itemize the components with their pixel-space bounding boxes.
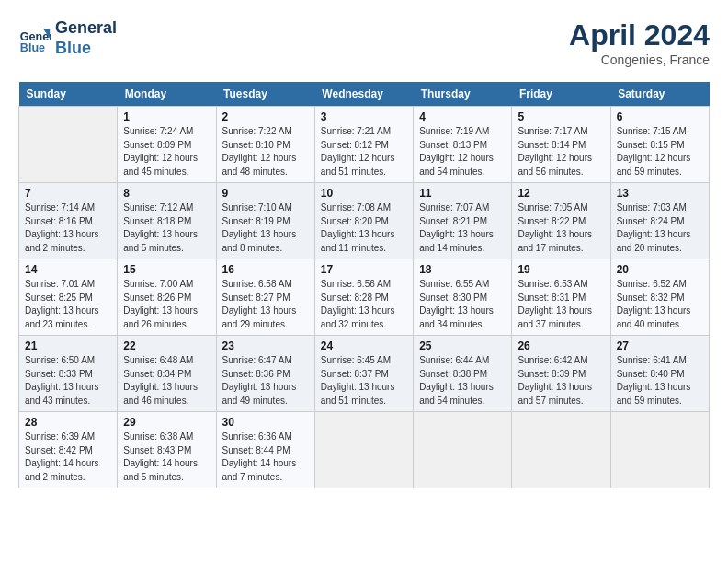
day-number: 11 xyxy=(419,187,506,200)
day-info: Sunrise: 6:56 AM Sunset: 8:28 PM Dayligh… xyxy=(321,278,407,331)
day-number: 23 xyxy=(222,339,309,352)
day-info: Sunrise: 6:36 AM Sunset: 8:44 PM Dayligh… xyxy=(222,431,309,484)
day-info: Sunrise: 6:52 AM Sunset: 8:32 PM Dayligh… xyxy=(617,278,703,331)
calendar-cell: 19Sunrise: 6:53 AM Sunset: 8:31 PM Dayli… xyxy=(512,259,610,336)
calendar-cell xyxy=(19,107,118,183)
calendar-cell: 1Sunrise: 7:24 AM Sunset: 8:09 PM Daylig… xyxy=(118,107,216,183)
day-number: 15 xyxy=(123,263,210,276)
day-number: 1 xyxy=(123,110,210,123)
day-number: 27 xyxy=(617,339,703,352)
day-info: Sunrise: 7:03 AM Sunset: 8:24 PM Dayligh… xyxy=(617,201,703,255)
day-info: Sunrise: 6:55 AM Sunset: 8:30 PM Dayligh… xyxy=(419,278,506,331)
day-number: 28 xyxy=(25,416,111,429)
day-number: 24 xyxy=(321,339,407,352)
calendar-cell: 30Sunrise: 6:36 AM Sunset: 8:44 PM Dayli… xyxy=(216,412,314,488)
calendar-cell xyxy=(610,412,709,488)
calendar-cell: 28Sunrise: 6:39 AM Sunset: 8:42 PM Dayli… xyxy=(19,412,118,488)
calendar-cell: 6Sunrise: 7:15 AM Sunset: 8:15 PM Daylig… xyxy=(610,107,709,183)
calendar-cell xyxy=(512,412,610,488)
day-number: 12 xyxy=(518,187,604,200)
day-info: Sunrise: 7:01 AM Sunset: 8:25 PM Dayligh… xyxy=(25,278,111,331)
day-info: Sunrise: 6:38 AM Sunset: 8:43 PM Dayligh… xyxy=(123,431,210,484)
day-info: Sunrise: 7:24 AM Sunset: 8:09 PM Dayligh… xyxy=(123,125,210,178)
day-number: 13 xyxy=(617,187,703,200)
day-number: 16 xyxy=(222,263,309,276)
calendar-cell: 14Sunrise: 7:01 AM Sunset: 8:25 PM Dayli… xyxy=(19,259,118,336)
day-number: 8 xyxy=(123,187,210,200)
day-info: Sunrise: 6:39 AM Sunset: 8:42 PM Dayligh… xyxy=(25,431,111,484)
title-block: April 2024 Congenies, France xyxy=(569,18,710,67)
calendar-cell: 25Sunrise: 6:44 AM Sunset: 8:38 PM Dayli… xyxy=(414,336,512,412)
day-number: 30 xyxy=(222,416,309,429)
day-number: 3 xyxy=(321,110,407,123)
calendar-cell: 11Sunrise: 7:07 AM Sunset: 8:21 PM Dayli… xyxy=(414,183,512,259)
svg-text:Blue: Blue xyxy=(20,40,45,53)
day-info: Sunrise: 7:14 AM Sunset: 8:16 PM Dayligh… xyxy=(25,201,111,255)
day-info: Sunrise: 6:41 AM Sunset: 8:40 PM Dayligh… xyxy=(617,354,703,408)
calendar-cell: 22Sunrise: 6:48 AM Sunset: 8:34 PM Dayli… xyxy=(118,336,216,412)
logo-icon: General Blue xyxy=(18,22,51,55)
calendar-cell: 20Sunrise: 6:52 AM Sunset: 8:32 PM Dayli… xyxy=(610,259,709,336)
day-info: Sunrise: 7:22 AM Sunset: 8:10 PM Dayligh… xyxy=(222,125,309,178)
day-info: Sunrise: 7:21 AM Sunset: 8:12 PM Dayligh… xyxy=(321,125,407,178)
page-header: General Blue General Blue April 2024 Con… xyxy=(18,18,710,67)
day-info: Sunrise: 7:19 AM Sunset: 8:13 PM Dayligh… xyxy=(419,125,506,178)
day-number: 26 xyxy=(518,339,604,352)
calendar-cell: 29Sunrise: 6:38 AM Sunset: 8:43 PM Dayli… xyxy=(118,412,216,488)
calendar-cell: 2Sunrise: 7:22 AM Sunset: 8:10 PM Daylig… xyxy=(216,107,314,183)
day-info: Sunrise: 6:44 AM Sunset: 8:38 PM Dayligh… xyxy=(419,354,506,408)
day-info: Sunrise: 6:53 AM Sunset: 8:31 PM Dayligh… xyxy=(518,278,604,331)
weekday-header: Friday xyxy=(512,82,610,107)
calendar-cell: 13Sunrise: 7:03 AM Sunset: 8:24 PM Dayli… xyxy=(610,183,709,259)
calendar-cell xyxy=(414,412,512,488)
day-number: 6 xyxy=(617,110,703,123)
month-title: April 2024 xyxy=(569,18,710,52)
day-number: 25 xyxy=(419,339,506,352)
day-info: Sunrise: 6:58 AM Sunset: 8:27 PM Dayligh… xyxy=(222,278,309,331)
calendar-table: SundayMondayTuesdayWednesdayThursdayFrid… xyxy=(18,82,710,488)
day-info: Sunrise: 7:05 AM Sunset: 8:22 PM Dayligh… xyxy=(518,201,604,255)
day-info: Sunrise: 7:17 AM Sunset: 8:14 PM Dayligh… xyxy=(518,125,604,178)
weekday-header: Tuesday xyxy=(216,82,314,107)
day-info: Sunrise: 7:08 AM Sunset: 8:20 PM Dayligh… xyxy=(321,201,407,255)
calendar-cell: 4Sunrise: 7:19 AM Sunset: 8:13 PM Daylig… xyxy=(414,107,512,183)
day-info: Sunrise: 7:07 AM Sunset: 8:21 PM Dayligh… xyxy=(419,201,506,255)
day-number: 19 xyxy=(518,263,604,276)
day-number: 29 xyxy=(123,416,210,429)
day-number: 21 xyxy=(25,339,111,352)
calendar-header: SundayMondayTuesdayWednesdayThursdayFrid… xyxy=(19,82,710,107)
calendar-cell: 26Sunrise: 6:42 AM Sunset: 8:39 PM Dayli… xyxy=(512,336,610,412)
calendar-cell: 18Sunrise: 6:55 AM Sunset: 8:30 PM Dayli… xyxy=(414,259,512,336)
calendar-cell: 21Sunrise: 6:50 AM Sunset: 8:33 PM Dayli… xyxy=(19,336,118,412)
weekday-header: Monday xyxy=(118,82,216,107)
weekday-header: Saturday xyxy=(610,82,709,107)
calendar-cell: 5Sunrise: 7:17 AM Sunset: 8:14 PM Daylig… xyxy=(512,107,610,183)
day-info: Sunrise: 6:45 AM Sunset: 8:37 PM Dayligh… xyxy=(321,354,407,408)
day-info: Sunrise: 6:42 AM Sunset: 8:39 PM Dayligh… xyxy=(518,354,604,408)
calendar-cell: 9Sunrise: 7:10 AM Sunset: 8:19 PM Daylig… xyxy=(216,183,314,259)
weekday-header: Thursday xyxy=(414,82,512,107)
day-info: Sunrise: 7:10 AM Sunset: 8:19 PM Dayligh… xyxy=(222,201,309,255)
day-info: Sunrise: 7:00 AM Sunset: 8:26 PM Dayligh… xyxy=(123,278,210,331)
day-number: 20 xyxy=(617,263,703,276)
logo-text: General Blue xyxy=(55,18,117,58)
day-number: 5 xyxy=(518,110,604,123)
calendar-cell: 24Sunrise: 6:45 AM Sunset: 8:37 PM Dayli… xyxy=(314,336,413,412)
calendar-week: 14Sunrise: 7:01 AM Sunset: 8:25 PM Dayli… xyxy=(19,259,710,336)
day-number: 17 xyxy=(321,263,407,276)
weekday-header: Wednesday xyxy=(314,82,413,107)
calendar-cell: 7Sunrise: 7:14 AM Sunset: 8:16 PM Daylig… xyxy=(19,183,118,259)
day-info: Sunrise: 6:48 AM Sunset: 8:34 PM Dayligh… xyxy=(123,354,210,408)
calendar-week: 1Sunrise: 7:24 AM Sunset: 8:09 PM Daylig… xyxy=(19,107,710,183)
calendar-cell: 8Sunrise: 7:12 AM Sunset: 8:18 PM Daylig… xyxy=(118,183,216,259)
day-number: 7 xyxy=(25,187,111,200)
calendar-cell: 27Sunrise: 6:41 AM Sunset: 8:40 PM Dayli… xyxy=(610,336,709,412)
calendar-cell: 12Sunrise: 7:05 AM Sunset: 8:22 PM Dayli… xyxy=(512,183,610,259)
calendar-cell: 16Sunrise: 6:58 AM Sunset: 8:27 PM Dayli… xyxy=(216,259,314,336)
day-number: 2 xyxy=(222,110,309,123)
day-number: 18 xyxy=(419,263,506,276)
day-number: 10 xyxy=(321,187,407,200)
calendar-week: 21Sunrise: 6:50 AM Sunset: 8:33 PM Dayli… xyxy=(19,336,710,412)
calendar-cell xyxy=(314,412,413,488)
day-number: 22 xyxy=(123,339,210,352)
